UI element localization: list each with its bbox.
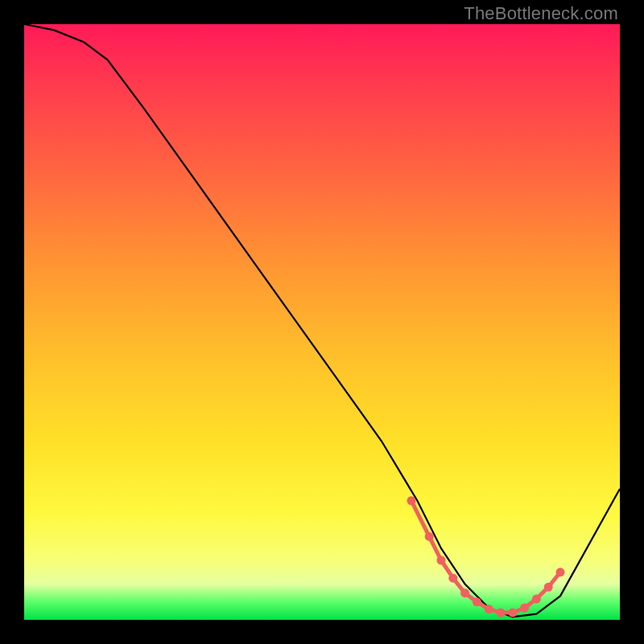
chart-frame: TheBottleneck.com [0,0,644,644]
plot-area [24,24,620,620]
marker-dot [508,609,517,617]
marker-dot [520,604,529,613]
marker-dot [532,595,541,604]
marker-dot [407,497,416,506]
marker-dot [497,609,506,617]
marker-dot [544,583,553,592]
chart-svg [24,24,620,620]
marker-dot [448,574,457,583]
curve-line [24,24,620,617]
watermark-text: TheBottleneck.com [464,3,618,24]
marker-group [407,497,565,617]
marker-dot [460,588,469,597]
marker-dot [556,568,565,576]
marker-dot [437,556,446,565]
marker-dot [473,597,481,606]
marker-dot [485,605,493,613]
marker-dot [425,532,434,541]
